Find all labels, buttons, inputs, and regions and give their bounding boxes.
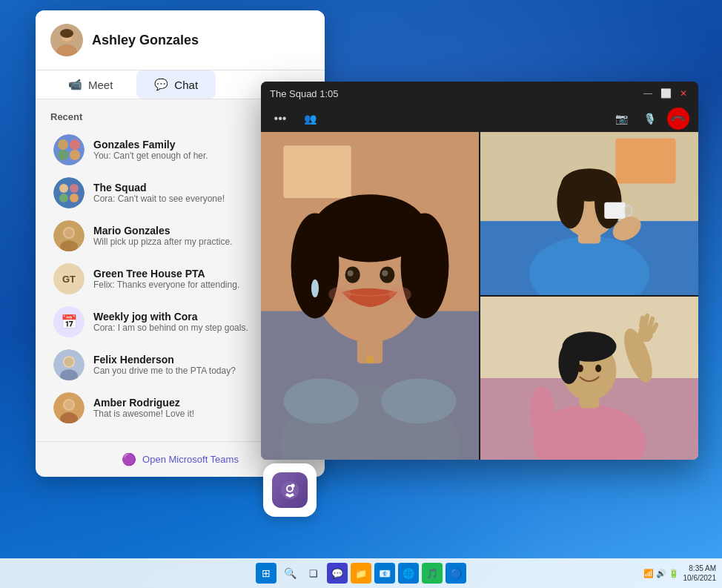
- avatar: 📅: [53, 306, 85, 337]
- chat-icon: 💬: [154, 78, 168, 91]
- more-options-button[interactable]: •••: [270, 108, 291, 129]
- video-grid: [261, 132, 698, 460]
- svg-rect-29: [615, 139, 675, 184]
- taskbar-app-music[interactable]: 🎵: [422, 563, 443, 584]
- video-cell-bottom-left: [480, 297, 698, 460]
- task-view-button[interactable]: ❑: [303, 563, 324, 584]
- svg-point-10: [53, 177, 85, 208]
- svg-point-18: [64, 228, 73, 237]
- participants-button[interactable]: 👥: [299, 108, 320, 129]
- svg-point-22: [64, 357, 73, 366]
- system-clock[interactable]: 8:35 AM 10/6/2021: [683, 564, 717, 583]
- svg-point-9: [70, 150, 80, 160]
- svg-point-11: [59, 184, 68, 193]
- maximize-button[interactable]: ⬜: [660, 88, 672, 99]
- taskbar-app-browser[interactable]: 🌐: [398, 563, 419, 584]
- taskbar: ⊞ 🔍 ❑ 💬 📁 📧 🌐 🎵 🔵 📶 🔊 🔋 8:35 AM 10/6/202…: [0, 558, 722, 588]
- svg-point-83: [291, 484, 295, 488]
- call-controls-left: ••• 👥: [270, 108, 320, 129]
- start-button[interactable]: ⊞: [256, 563, 276, 584]
- end-call-icon: 📞: [670, 110, 686, 127]
- call-controls-bar: ••• 👥 📷 🎙️ 📞: [261, 105, 698, 132]
- window-controls: — ⬜ ✕: [642, 88, 689, 99]
- taskbar-app-store[interactable]: 🔵: [446, 563, 466, 584]
- chat-panel-header: Ashley Gonzales: [36, 10, 325, 70]
- svg-point-81: [288, 486, 292, 491]
- taskbar-app-chat[interactable]: 💬: [327, 563, 348, 584]
- avatar: [53, 134, 85, 165]
- svg-point-12: [70, 184, 79, 193]
- participant-video-1: [480, 132, 698, 295]
- avatar: [53, 349, 85, 380]
- call-title: The Squad 1:05: [270, 88, 339, 99]
- avatar: [53, 220, 85, 251]
- video-toggle-button[interactable]: 📷: [611, 108, 632, 129]
- svg-point-4: [60, 29, 73, 38]
- participant-video-main: [261, 132, 479, 460]
- taskbar-app-files[interactable]: 📁: [351, 563, 371, 584]
- avatar: GT: [53, 263, 85, 294]
- more-icon: •••: [274, 112, 287, 125]
- svg-point-14: [70, 194, 79, 202]
- minimize-button[interactable]: —: [642, 88, 654, 99]
- user-name: Ashley Gonzales: [92, 33, 199, 48]
- initials: GT: [62, 274, 76, 285]
- svg-point-5: [53, 134, 85, 165]
- svg-line-51: [646, 316, 647, 324]
- svg-line-53: [653, 325, 656, 331]
- svg-line-52: [650, 319, 652, 326]
- open-teams-label: Open Microsoft Teams: [142, 454, 239, 465]
- avatar: [53, 177, 85, 208]
- svg-point-76: [328, 287, 351, 302]
- taskbar-app-mail[interactable]: 📧: [374, 563, 395, 584]
- search-button[interactable]: 🔍: [279, 563, 300, 584]
- mic-icon: 🎙️: [643, 113, 656, 125]
- svg-point-45: [558, 342, 579, 384]
- svg-point-63: [366, 356, 374, 363]
- teams-logo-icon: 🟣: [122, 452, 136, 466]
- battery-icon: 🔋: [669, 569, 679, 578]
- svg-point-47: [595, 365, 601, 372]
- meet-tab-label: Meet: [88, 79, 113, 91]
- call-controls-right: 📷 🎙️ 📞: [611, 108, 689, 130]
- video-icon: 📷: [615, 113, 628, 125]
- svg-point-74: [382, 271, 388, 277]
- wifi-icon: 📶: [643, 569, 654, 578]
- svg-point-61: [381, 379, 456, 424]
- volume-icon: 🔊: [656, 569, 666, 578]
- svg-point-6: [58, 139, 68, 150]
- svg-point-77: [388, 287, 411, 302]
- mic-button[interactable]: 🎙️: [639, 108, 660, 129]
- svg-point-66: [291, 213, 340, 318]
- svg-point-7: [70, 139, 80, 150]
- clock-date: 10/6/2021: [683, 573, 717, 583]
- teams-icon: [272, 472, 308, 508]
- clock-time: 8:35 AM: [683, 564, 717, 573]
- tab-meet[interactable]: 📹 Meet: [50, 70, 130, 99]
- participants-icon: 👥: [304, 113, 317, 125]
- system-tray: 📶 🔊 🔋: [643, 569, 679, 578]
- video-cell-right: [261, 132, 479, 460]
- svg-point-13: [59, 194, 68, 202]
- svg-point-34: [557, 176, 583, 228]
- svg-point-60: [283, 379, 358, 424]
- svg-rect-36: [604, 202, 625, 219]
- meet-icon: 📹: [68, 78, 82, 91]
- svg-point-26: [64, 400, 73, 409]
- svg-rect-58: [283, 145, 351, 198]
- svg-point-70: [380, 200, 413, 234]
- close-button[interactable]: ✕: [678, 88, 689, 99]
- svg-point-8: [58, 150, 68, 160]
- svg-point-67: [401, 213, 449, 318]
- svg-point-54: [530, 386, 554, 437]
- video-titlebar: The Squad 1:05 — ⬜ ✕: [261, 82, 698, 105]
- video-call-window: The Squad 1:05 — ⬜ ✕ ••• 👥 📷 🎙️ 📞: [261, 82, 698, 460]
- video-cell-top-left: [480, 132, 698, 295]
- chat-tab-label: Chat: [174, 79, 198, 91]
- tab-chat[interactable]: 💬 Chat: [136, 70, 216, 99]
- taskbar-right: 📶 🔊 🔋 8:35 AM 10/6/2021: [643, 564, 717, 583]
- end-call-button[interactable]: 📞: [667, 108, 689, 130]
- svg-point-46: [577, 365, 583, 372]
- avatar: [53, 392, 85, 423]
- teams-fab-icon[interactable]: [263, 463, 317, 517]
